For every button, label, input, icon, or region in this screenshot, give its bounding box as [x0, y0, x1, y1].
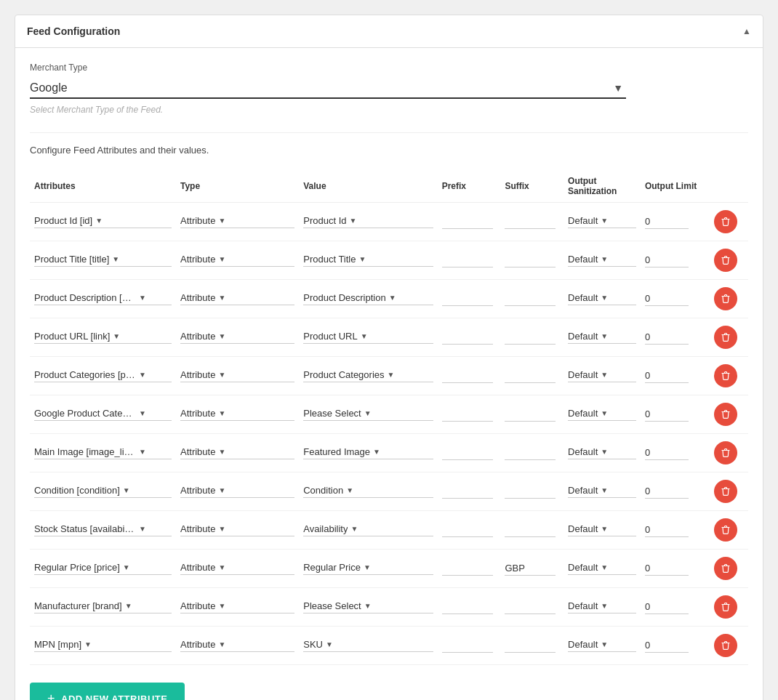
- prefix-input-11[interactable]: [442, 638, 493, 653]
- attribute-dropdown-2[interactable]: Product Description [de... ▼: [34, 292, 172, 305]
- output-limit-input-9[interactable]: [645, 561, 689, 576]
- attribute-dropdown-11[interactable]: MPN [mpn] ▼: [34, 639, 172, 652]
- output-san-dropdown-1[interactable]: Default ▼: [568, 254, 636, 267]
- output-san-dropdown-5[interactable]: Default ▼: [568, 408, 636, 421]
- output-limit-input-2[interactable]: [645, 291, 689, 306]
- suffix-input-9[interactable]: [505, 561, 556, 576]
- delete-row-button-10[interactable]: [714, 595, 737, 619]
- value-dropdown-9[interactable]: Regular Price ▼: [303, 562, 433, 575]
- delete-row-button-0[interactable]: [714, 210, 737, 233]
- delete-row-button-4[interactable]: [714, 364, 737, 387]
- delete-row-button-11[interactable]: [714, 634, 737, 657]
- delete-row-button-5[interactable]: [714, 403, 737, 426]
- type-dropdown-3[interactable]: Attribute ▼: [180, 331, 294, 344]
- output-limit-input-1[interactable]: [645, 253, 689, 267]
- suffix-input-0[interactable]: [505, 214, 556, 229]
- output-san-dropdown-8[interactable]: Default ▼: [568, 523, 636, 536]
- output-limit-input-3[interactable]: [645, 330, 689, 345]
- value-dropdown-6[interactable]: Featured Image ▼: [303, 446, 433, 459]
- output-limit-input-6[interactable]: [645, 446, 689, 460]
- suffix-input-5[interactable]: [505, 407, 556, 422]
- type-dropdown-11[interactable]: Attribute ▼: [180, 639, 294, 652]
- value-dropdown-7[interactable]: Condition ▼: [303, 485, 433, 498]
- output-limit-input-4[interactable]: [645, 369, 689, 383]
- attribute-dropdown-3[interactable]: Product URL [link] ▼: [34, 331, 172, 344]
- suffix-input-7[interactable]: [505, 484, 556, 499]
- delete-row-button-3[interactable]: [714, 326, 737, 349]
- merchant-type-select[interactable]: Google ▼: [30, 79, 626, 99]
- delete-row-button-6[interactable]: [714, 441, 737, 464]
- type-dropdown-9[interactable]: Attribute ▼: [180, 562, 294, 575]
- add-new-attribute-button[interactable]: + ADD NEW ATTRIBUTE: [30, 683, 185, 700]
- output-limit-input-0[interactable]: [645, 214, 689, 229]
- output-san-dropdown-9[interactable]: Default ▼: [568, 562, 636, 575]
- prefix-input-7[interactable]: [442, 484, 493, 499]
- output-limit-input-11[interactable]: [645, 638, 689, 653]
- suffix-input-1[interactable]: [505, 253, 556, 267]
- output-san-dropdown-11[interactable]: Default ▼: [568, 639, 636, 652]
- output-san-dropdown-7[interactable]: Default ▼: [568, 485, 636, 498]
- prefix-input-3[interactable]: [442, 330, 493, 345]
- delete-row-button-8[interactable]: [714, 518, 737, 542]
- output-limit-input-7[interactable]: [645, 484, 689, 499]
- suffix-input-3[interactable]: [505, 330, 556, 345]
- value-dropdown-1[interactable]: Product Title ▼: [303, 254, 433, 267]
- type-dropdown-7[interactable]: Attribute ▼: [180, 485, 294, 498]
- delete-row-button-7[interactable]: [714, 480, 737, 503]
- type-dropdown-5[interactable]: Attribute ▼: [180, 408, 294, 421]
- attribute-dropdown-4[interactable]: Product Categories [pro... ▼: [34, 369, 172, 382]
- prefix-input-4[interactable]: [442, 369, 493, 383]
- type-dropdown-10[interactable]: Attribute ▼: [180, 600, 294, 613]
- type-dropdown-1[interactable]: Attribute ▼: [180, 254, 294, 267]
- value-dropdown-11[interactable]: SKU ▼: [303, 639, 433, 652]
- output-san-dropdown-2[interactable]: Default ▼: [568, 292, 636, 305]
- suffix-input-8[interactable]: [505, 523, 556, 537]
- attribute-dropdown-8[interactable]: Stock Status [availability] ▼: [34, 523, 172, 536]
- prefix-input-1[interactable]: [442, 253, 493, 267]
- suffix-input-10[interactable]: [505, 600, 556, 614]
- prefix-input-5[interactable]: [442, 407, 493, 422]
- suffix-input-4[interactable]: [505, 369, 556, 383]
- output-san-dropdown-0[interactable]: Default ▼: [568, 215, 636, 228]
- type-dropdown-0[interactable]: Attribute ▼: [180, 215, 294, 228]
- prefix-input-9[interactable]: [442, 561, 493, 576]
- value-dropdown-0[interactable]: Product Id ▼: [303, 215, 433, 228]
- type-dropdown-4[interactable]: Attribute ▼: [180, 369, 294, 382]
- prefix-input-0[interactable]: [442, 214, 493, 229]
- merchant-type-value[interactable]: Google: [30, 79, 626, 97]
- output-san-dropdown-4[interactable]: Default ▼: [568, 369, 636, 382]
- attribute-dropdown-5[interactable]: Google Product Categor... ▼: [34, 408, 172, 421]
- output-san-dropdown-10[interactable]: Default ▼: [568, 600, 636, 613]
- output-san-dropdown-6[interactable]: Default ▼: [568, 446, 636, 459]
- attribute-dropdown-7[interactable]: Condition [condition] ▼: [34, 485, 172, 498]
- collapse-toggle[interactable]: ▲: [742, 26, 751, 36]
- prefix-input-10[interactable]: [442, 600, 493, 614]
- output-limit-input-10[interactable]: [645, 600, 689, 614]
- suffix-input-2[interactable]: [505, 291, 556, 306]
- value-dropdown-5[interactable]: Please Select ▼: [303, 408, 433, 421]
- prefix-input-2[interactable]: [442, 291, 493, 306]
- type-dropdown-6[interactable]: Attribute ▼: [180, 446, 294, 459]
- attribute-dropdown-10[interactable]: Manufacturer [brand] ▼: [34, 600, 172, 613]
- attribute-dropdown-1[interactable]: Product Title [title] ▼: [34, 254, 172, 267]
- value-dropdown-2[interactable]: Product Description ▼: [303, 292, 433, 305]
- output-limit-input-8[interactable]: [645, 523, 689, 537]
- attribute-dropdown-9[interactable]: Regular Price [price] ▼: [34, 562, 172, 575]
- delete-row-button-1[interactable]: [714, 249, 737, 272]
- type-dropdown-8[interactable]: Attribute ▼: [180, 523, 294, 536]
- value-dropdown-3[interactable]: Product URL ▼: [303, 331, 433, 344]
- prefix-input-8[interactable]: [442, 523, 493, 537]
- value-dropdown-4[interactable]: Product Categories ▼: [303, 369, 433, 382]
- delete-row-button-2[interactable]: [714, 287, 737, 310]
- attribute-dropdown-6[interactable]: Main Image [image_link] ▼: [34, 446, 172, 459]
- value-dropdown-10[interactable]: Please Select ▼: [303, 600, 433, 613]
- suffix-input-6[interactable]: [505, 446, 556, 460]
- attribute-dropdown-0[interactable]: Product Id [id] ▼: [34, 215, 172, 228]
- type-dropdown-2[interactable]: Attribute ▼: [180, 292, 294, 305]
- output-limit-input-5[interactable]: [645, 407, 689, 422]
- value-dropdown-8[interactable]: Availability ▼: [303, 523, 433, 536]
- suffix-input-11[interactable]: [505, 638, 556, 653]
- output-san-dropdown-3[interactable]: Default ▼: [568, 331, 636, 344]
- prefix-input-6[interactable]: [442, 446, 493, 460]
- delete-row-button-9[interactable]: [714, 557, 737, 580]
